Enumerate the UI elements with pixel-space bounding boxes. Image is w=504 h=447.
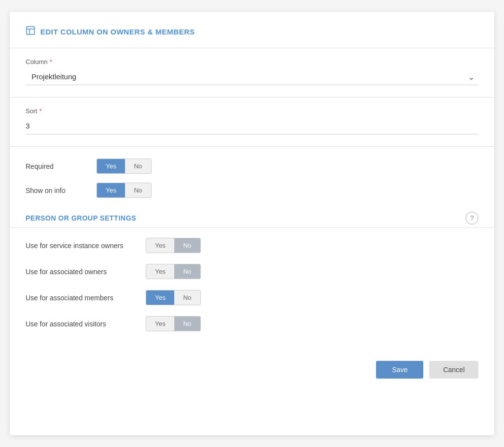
help-icon[interactable]: ? [466,212,478,224]
sort-input[interactable] [26,118,478,134]
required-label: Required [26,162,85,170]
associated-members-label: Use for associated members [26,294,134,302]
svg-rect-0 [27,27,34,34]
show-on-info-no-button[interactable]: No [125,183,151,197]
required-toggle-group: Yes No [96,159,152,174]
edit-column-icon [26,26,35,38]
associated-owners-row: Use for associated owners Yes No [26,264,478,279]
associated-visitors-label: Use for associated visitors [26,320,134,328]
person-group-section-header: PERSON OR GROUP SETTINGS ? [26,212,478,224]
associated-members-no-button[interactable]: No [174,290,200,305]
column-required-star: * [50,58,52,65]
associated-visitors-yes-button[interactable]: Yes [146,317,174,331]
person-group-divider [10,227,494,228]
required-no-button[interactable]: No [125,159,151,173]
show-on-info-yes-button[interactable]: Yes [97,183,125,197]
column-group: Column * Projektleitung ⌄ [26,58,478,85]
page-title: EDIT COLUMN ON OWNERS & MEMBERS [40,28,195,36]
associated-visitors-no-button[interactable]: No [174,317,200,331]
cancel-button[interactable]: Cancel [429,361,478,379]
associated-visitors-row: Use for associated visitors Yes No [26,316,478,331]
service-instance-owners-label: Use for service instance owners [26,242,134,250]
service-instance-owners-no-button[interactable]: No [174,238,200,253]
page-header: EDIT COLUMN ON OWNERS & MEMBERS [26,26,478,38]
column-divider [10,97,494,97]
associated-owners-yes-button[interactable]: Yes [146,264,174,279]
associated-owners-toggle: Yes No [146,264,201,279]
save-button[interactable]: Save [376,361,423,379]
sort-divider [10,146,494,147]
form-section: Column * Projektleitung ⌄ Sort * Require… [26,48,478,198]
person-group-rows: Use for service instance owners Yes No U… [26,238,478,331]
footer: Save Cancel [26,351,478,379]
show-on-info-toggle-group: Yes No [96,183,152,198]
sort-label: Sort * [26,107,478,115]
service-instance-owners-row: Use for service instance owners Yes No [26,238,478,253]
show-on-info-row: Show on info Yes No [26,183,478,198]
service-instance-owners-toggle: Yes No [146,238,201,253]
column-select[interactable]: Projektleitung [26,68,478,85]
associated-members-row: Use for associated members Yes No [26,290,478,305]
associated-owners-no-button[interactable]: No [174,264,200,279]
modal-container: EDIT COLUMN ON OWNERS & MEMBERS Column *… [10,12,494,435]
associated-owners-label: Use for associated owners [26,268,134,276]
column-select-wrapper: Projektleitung ⌄ [26,68,478,85]
associated-visitors-toggle: Yes No [146,316,201,331]
show-on-info-label: Show on info [26,187,85,194]
service-instance-owners-yes-button[interactable]: Yes [146,238,174,253]
required-yes-button[interactable]: Yes [97,159,125,173]
column-label: Column * [26,58,478,65]
associated-members-yes-button[interactable]: Yes [146,290,174,305]
person-group-title: PERSON OR GROUP SETTINGS [26,214,136,222]
required-row: Required Yes No [26,159,478,174]
sort-required-star: * [39,107,42,115]
associated-members-toggle: Yes No [146,290,201,305]
sort-group: Sort * [26,107,478,134]
